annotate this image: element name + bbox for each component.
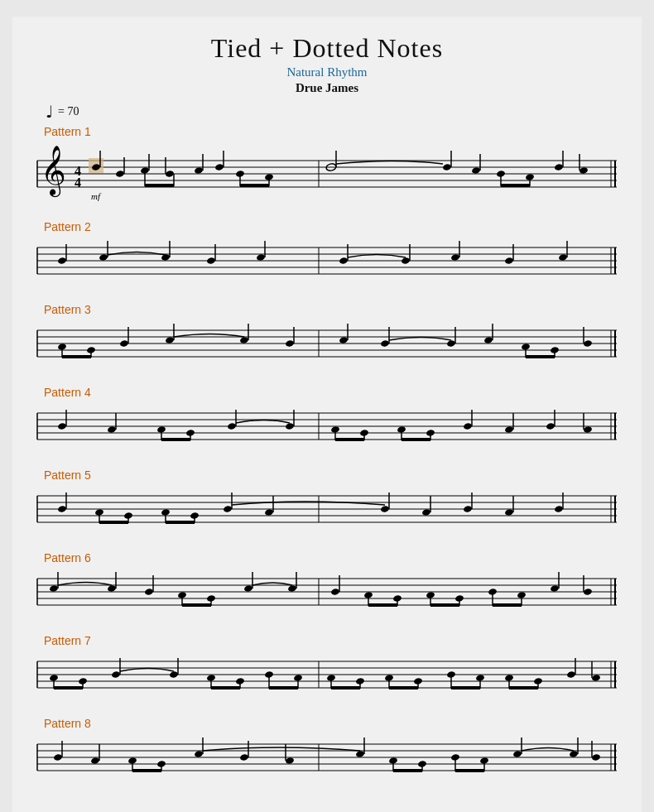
- tempo-value: = 70: [58, 105, 79, 118]
- svg-point-203: [144, 588, 153, 595]
- svg-point-251: [169, 670, 178, 678]
- svg-point-214: [330, 588, 339, 595]
- pattern-4-label: Pattern 4: [44, 386, 617, 399]
- svg-point-135: [285, 422, 294, 430]
- svg-point-153: [583, 425, 592, 433]
- svg-point-68: [339, 257, 348, 264]
- svg-point-199: [49, 584, 58, 592]
- pattern-6-label: Pattern 6: [44, 551, 617, 565]
- staff-pattern-2: Pattern 2: [37, 220, 617, 288]
- pattern-7-label: Pattern 7: [44, 634, 617, 647]
- svg-point-98: [285, 339, 294, 347]
- svg-point-58: [57, 257, 66, 264]
- svg-point-47: [579, 166, 588, 174]
- svg-point-16: [115, 170, 124, 177]
- svg-point-178: [264, 508, 273, 516]
- pattern-2-label: Pattern 2: [44, 220, 617, 233]
- svg-point-164: [57, 505, 66, 512]
- staff-pattern-3: Pattern 3: [37, 303, 617, 371]
- svg-point-180: [380, 505, 389, 512]
- svg-point-307: [239, 753, 248, 761]
- tempo-marking: ♩ = 70: [46, 102, 617, 122]
- pattern-5-label: Pattern 5: [44, 468, 617, 482]
- svg-point-94: [165, 336, 174, 344]
- svg-point-285: [591, 674, 600, 681]
- svg-point-151: [546, 422, 555, 430]
- svg-point-96: [239, 336, 248, 344]
- svg-point-311: [355, 750, 364, 757]
- svg-point-102: [380, 339, 389, 347]
- pattern-8-label: Pattern 8: [44, 717, 617, 730]
- pattern-1-label: Pattern 1: [44, 125, 617, 138]
- svg-point-188: [554, 505, 563, 512]
- svg-point-249: [111, 670, 120, 678]
- svg-point-283: [566, 670, 575, 678]
- svg-point-212: [287, 584, 296, 592]
- staff-pattern-4: Pattern 4: [37, 386, 617, 454]
- staff-pattern-5: Pattern 5: [37, 468, 617, 536]
- pattern-3-label: Pattern 3: [44, 303, 617, 316]
- svg-text:mf: mf: [91, 191, 102, 201]
- svg-text:4: 4: [75, 175, 81, 190]
- composer: Drue James: [37, 81, 617, 95]
- svg-point-305: [194, 750, 203, 757]
- svg-point-147: [463, 422, 472, 430]
- svg-point-210: [243, 584, 252, 592]
- staff-pattern-7: Pattern 7: [37, 634, 617, 702]
- svg-point-76: [558, 253, 567, 261]
- svg-point-201: [107, 584, 116, 592]
- svg-point-182: [421, 508, 430, 516]
- svg-point-186: [504, 508, 513, 516]
- svg-point-149: [504, 425, 513, 433]
- svg-point-184: [463, 505, 472, 512]
- svg-point-124: [57, 422, 66, 430]
- svg-text:𝄞: 𝄞: [41, 146, 66, 198]
- staff-pattern-8: Pattern 8: [37, 717, 617, 785]
- svg-point-176: [223, 505, 232, 512]
- svg-point-38: [471, 166, 480, 174]
- svg-point-72: [450, 253, 459, 261]
- svg-point-126: [107, 425, 116, 433]
- svg-point-323: [512, 750, 522, 757]
- svg-point-92: [119, 339, 128, 347]
- svg-point-113: [583, 339, 592, 347]
- svg-point-100: [339, 336, 348, 344]
- svg-point-106: [483, 336, 493, 344]
- tempo-note-icon: ♩: [46, 102, 53, 122]
- svg-point-327: [591, 753, 600, 761]
- svg-point-70: [401, 257, 410, 264]
- svg-point-325: [569, 750, 578, 757]
- svg-point-45: [554, 163, 563, 171]
- svg-point-233: [583, 588, 592, 595]
- svg-point-231: [550, 584, 559, 592]
- svg-point-309: [285, 757, 294, 764]
- svg-point-298: [90, 757, 99, 764]
- svg-point-60: [99, 253, 108, 261]
- svg-point-74: [504, 257, 513, 264]
- svg-point-104: [446, 339, 455, 347]
- svg-point-27: [214, 163, 224, 171]
- svg-point-20: [165, 170, 174, 177]
- svg-point-296: [53, 753, 62, 761]
- page-title: Tied + Dotted Notes: [37, 33, 617, 64]
- staff-pattern-1: Pattern 1 𝄞 4 4 mf: [37, 125, 617, 205]
- staff-pattern-6: Pattern 6: [37, 551, 617, 619]
- svg-point-25: [194, 166, 203, 174]
- subtitle: Natural Rhythm: [37, 65, 617, 79]
- svg-point-64: [206, 257, 215, 264]
- svg-point-66: [256, 253, 265, 261]
- svg-point-133: [227, 422, 236, 430]
- svg-point-36: [442, 163, 451, 171]
